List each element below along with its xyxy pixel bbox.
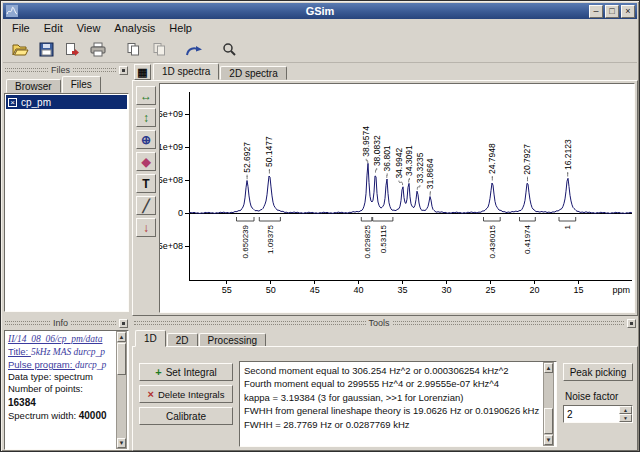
- info-field: Spectrum width: 40000: [8, 409, 114, 422]
- dataset-path-link[interactable]: II/14_08_06/cp_pm/data: [8, 333, 114, 345]
- output-line: Second moment equal to 306.254 Hz^2 or 0…: [244, 364, 540, 377]
- fit-horizontal-button[interactable]: ↔: [136, 86, 156, 105]
- menu-edit[interactable]: Edit: [37, 21, 70, 35]
- svg-text:52.6927: 52.6927: [242, 142, 252, 173]
- info-field-value[interactable]: 5kHz MAS durcp_p: [31, 347, 105, 357]
- svg-text:34.3091: 34.3091: [404, 145, 414, 176]
- menu-help[interactable]: Help: [162, 21, 199, 35]
- svg-text:50.1477: 50.1477: [264, 136, 274, 167]
- dotted-divider: [71, 321, 116, 325]
- svg-text:30: 30: [441, 285, 451, 295]
- dotted-divider: [73, 68, 116, 72]
- info-field-label[interactable]: Title:: [8, 346, 31, 357]
- menu-view[interactable]: View: [70, 21, 108, 35]
- info-field-value[interactable]: durcp_p: [75, 360, 106, 370]
- spectrum-plot: 1.5e+091e+095e+080-5e+085550454035302520…: [160, 84, 634, 312]
- file-item[interactable]: ×cp_pm: [6, 95, 127, 109]
- line-tool-button[interactable]: ╱: [136, 196, 156, 215]
- tab-processing[interactable]: Processing: [199, 333, 266, 347]
- gsim-window: GSim –□× FileEditViewAnalysisHelp: [0, 0, 640, 452]
- spin-down-icon[interactable]: ▼: [619, 414, 632, 422]
- open-icon: [12, 42, 29, 57]
- tab-2d[interactable]: 2D: [167, 333, 198, 347]
- set-integral-button[interactable]: + Set Integral: [139, 363, 233, 381]
- scroll-thumb[interactable]: [117, 343, 126, 375]
- menu-analysis[interactable]: Analysis: [107, 21, 162, 35]
- output-scrollbar[interactable]: ▲ ▼: [543, 362, 554, 446]
- file-list[interactable]: ×cp_pm: [4, 93, 129, 312]
- undo-button[interactable]: [182, 38, 206, 61]
- tools-panel-float-button[interactable]: [627, 319, 636, 328]
- scroll-down-icon[interactable]: ▼: [544, 435, 553, 445]
- grid-view-button[interactable]: ▦: [134, 64, 151, 80]
- zoom-region-button[interactable]: ⊕: [136, 130, 156, 149]
- svg-text:35: 35: [398, 285, 408, 295]
- noise-factor-input[interactable]: [564, 406, 619, 422]
- scroll-thumb[interactable]: [544, 408, 553, 434]
- tab-1d-spectra[interactable]: 1D spectra: [153, 63, 219, 80]
- delete-integrals-button[interactable]: × Delete Integrals: [139, 385, 233, 403]
- zoom-region-icon: ⊕: [141, 133, 151, 147]
- window-controls: –□×: [589, 5, 635, 18]
- info-panel-float-button[interactable]: [119, 319, 128, 328]
- calibrate-label: Calibrate: [166, 411, 206, 422]
- info-content[interactable]: II/14_08_06/cp_pm/dataTitle: 5kHz MAS du…: [4, 330, 129, 450]
- zoom-icon: [222, 42, 237, 57]
- spectrum-visible-icon[interactable]: ×: [8, 98, 17, 107]
- tab-files[interactable]: Files: [62, 76, 101, 93]
- analysis-output[interactable]: Second moment equal to 306.254 Hz^2 or 0…: [239, 361, 557, 447]
- save-button[interactable]: [34, 38, 58, 61]
- calibrate-button[interactable]: Calibrate: [139, 407, 233, 425]
- scroll-up-icon[interactable]: ▲: [117, 332, 126, 342]
- info-panel-header: Info: [5, 318, 128, 328]
- files-tabs: BrowserFiles: [6, 76, 102, 93]
- copy-button[interactable]: [121, 38, 145, 61]
- tab-1d[interactable]: 1D: [135, 330, 166, 347]
- peak-pick-button[interactable]: ◆: [136, 152, 156, 171]
- menu-file[interactable]: File: [5, 21, 37, 35]
- svg-text:ppm: ppm: [612, 285, 630, 295]
- tab-browser[interactable]: Browser: [6, 79, 61, 93]
- info-scrollbar[interactable]: ▲ ▼: [116, 331, 127, 449]
- scroll-down-button[interactable]: ↓: [136, 218, 156, 237]
- export-button[interactable]: [60, 38, 84, 61]
- tab-2d-spectra[interactable]: 2D spectra: [220, 66, 286, 80]
- svg-text:33.3235: 33.3235: [415, 152, 425, 183]
- open-button[interactable]: [8, 38, 32, 61]
- x-icon: ×: [148, 388, 154, 400]
- svg-text:-5e+08: -5e+08: [160, 241, 183, 251]
- scroll-down-icon[interactable]: ▼: [117, 438, 126, 448]
- info-field: Data type: spectrum: [8, 371, 114, 383]
- output-line: FWHH from general lineshape theory is 19…: [244, 404, 540, 417]
- scroll-up-icon[interactable]: ▲: [544, 363, 553, 373]
- files-panel-float-button[interactable]: [119, 66, 128, 75]
- svg-text:1e+09: 1e+09: [160, 142, 183, 152]
- fit-horizontal-icon: ↔: [140, 89, 152, 103]
- print-button[interactable]: [86, 38, 110, 61]
- maximize-button[interactable]: □: [605, 5, 619, 18]
- svg-text:0.41974: 0.41974: [523, 224, 532, 253]
- spectrum-plot-area[interactable]: 1.5e+091e+095e+080-5e+085550454035302520…: [159, 83, 635, 313]
- noise-factor-spinbox: ▲ ▼: [563, 405, 633, 423]
- close-button[interactable]: ×: [621, 5, 635, 18]
- info-field: Pulse program: durcp_p: [8, 359, 114, 371]
- zoom-button[interactable]: [217, 38, 241, 61]
- file-item-label: cp_pm: [21, 97, 51, 108]
- text-tool-button[interactable]: T: [136, 174, 156, 193]
- fit-vertical-button[interactable]: ↕: [136, 108, 156, 127]
- files-panel-header: Files: [5, 65, 128, 75]
- title-bar[interactable]: GSim –□×: [3, 3, 637, 19]
- peak-picking-button[interactable]: Peak picking: [563, 363, 633, 381]
- spin-up-icon[interactable]: ▲: [619, 406, 632, 414]
- tools-tabs: 1D2DProcessing: [135, 330, 267, 347]
- minimize-button[interactable]: –: [589, 5, 603, 18]
- duplicate-button[interactable]: [147, 38, 171, 61]
- spectra-panel: ↔↕⊕◆T╱↓ 1.5e+091e+095e+080-5e+0855504540…: [132, 80, 638, 316]
- svg-text:34.9942: 34.9942: [394, 148, 404, 179]
- info-field-label[interactable]: Pulse program:: [8, 359, 75, 370]
- save-icon: [39, 42, 54, 57]
- svg-text:20.7927: 20.7927: [523, 144, 533, 175]
- tools-panel-title: Tools: [369, 318, 390, 328]
- svg-text:31.8664: 31.8664: [425, 158, 435, 189]
- peak-pick-icon: ◆: [141, 155, 150, 169]
